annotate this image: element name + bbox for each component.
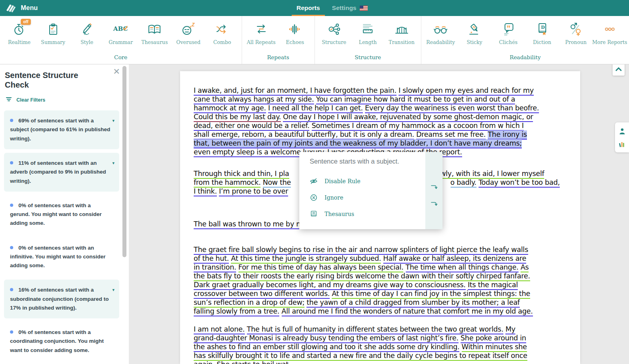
toolbar-all-repeats-button[interactable]: All Repeats: [244, 21, 278, 45]
sentence-span[interactable]: She poke around in: [461, 334, 526, 343]
sentence-span[interactable]: At this time of day I can find joy in th…: [332, 290, 530, 299]
toolbar-summary-button[interactable]: Summary: [36, 21, 70, 45]
sentence-span[interactable]: sun’s reflection in a drop of dew;: [194, 298, 304, 308]
toolbar-combo-button[interactable]: Combo: [205, 21, 239, 45]
sentence-span[interactable]: Every day the weariness is even worst th…: [365, 104, 539, 113]
toolbar-readability-button[interactable]: Readability: [424, 21, 458, 45]
text-line[interactable]: hammock at my age. I need all the help I…: [194, 104, 560, 113]
text-line[interactable]: Dark graet gradually becomes light, and …: [194, 281, 560, 290]
close-icon[interactable]: ✕: [113, 67, 120, 76]
sentence-span[interactable]: Today won’t be too bad,: [479, 178, 560, 188]
sentence-span[interactable]: At this time the jungle is strangely sub…: [231, 254, 381, 264]
sentence-span[interactable]: the bats fly to their roosts the early r…: [194, 272, 530, 281]
sentence-span[interactable]: Its the magical: [468, 281, 518, 290]
sidebar-stat-item[interactable]: 11% of sentences start with an adverb (c…: [4, 153, 119, 192]
sentence-span[interactable]: the ashes to find an ember still glowing…: [194, 343, 459, 352]
sentence-span[interactable]: crossover between two different worlds.: [194, 290, 330, 299]
text-line[interactable]: has skilfully brought it to life and sta…: [194, 352, 560, 360]
sentence-span[interactable]: lowly, with its aid, I lower myself: [434, 170, 544, 179]
stats-button[interactable]: [618, 140, 626, 148]
text-line[interactable]: grand-daughter Monasi is already busy te…: [194, 334, 560, 343]
sentence-span[interactable]: Through thick and thin, I pla: [194, 170, 289, 179]
sentence-span[interactable]: Dreams set me free.: [416, 130, 486, 140]
toolbar-sticky-button[interactable]: SSticky: [458, 21, 492, 45]
sentence-span[interactable]: in transition.: [194, 263, 236, 272]
clear-filters-button[interactable]: Clear Filters: [6, 96, 129, 103]
sentence-span[interactable]: The hut is full of humanity in different…: [247, 325, 503, 334]
toolbar-overused-button[interactable]: zZOverused: [172, 21, 206, 45]
toolbar-clich-s-button[interactable]: ”Clichés: [491, 21, 525, 45]
text-line[interactable]: crossover between two different worlds. …: [194, 290, 560, 298]
text-line[interactable]: again. She starts to boil wat: [194, 360, 560, 364]
sentence-span[interactable]: All around me I find the wonders of natu…: [282, 307, 533, 316]
text-line[interactable]: falling slowly from a tree. All around m…: [194, 307, 560, 316]
sentence-span[interactable]: that, between the pain of my joints and …: [194, 139, 522, 148]
sentence-span[interactable]: I slowly open my eyes and reach for my: [399, 86, 534, 96]
toolbar-transition-button[interactable]: Transition: [385, 21, 419, 45]
sentence-span[interactable]: She starts to boil wat: [217, 360, 289, 364]
tab-reports[interactable]: Reports: [296, 0, 320, 16]
sidebar-stat-item[interactable]: 0% of sentences start with a gerund. You…: [4, 195, 119, 234]
sentence-span[interactable]: Half awake or half asleep, its denizens …: [383, 254, 527, 264]
sentence-span[interactable]: The time when all things change.: [406, 263, 519, 272]
sidebar-stat-item[interactable]: 69% of sentences start with a subject (c…: [4, 110, 119, 149]
sentence-span[interactable]: hammock at my age.: [194, 104, 266, 113]
sentence-span[interactable]: I’m prone to be over: [219, 187, 288, 196]
sentence-span[interactable]: o badly.: [451, 178, 477, 188]
text-line[interactable]: I awake, and, just for an moment, I have…: [194, 86, 560, 95]
text-line[interactable]: in transition. For me this time of day h…: [194, 263, 560, 272]
toolbar-thesaurus-button[interactable]: Thesaurus: [138, 21, 172, 45]
sentence-span[interactable]: One day I hope I will awake, rejuvenated…: [283, 113, 533, 122]
text-line[interactable]: Could this be my last day. One day I hop…: [194, 113, 560, 122]
sentence-span[interactable]: The irony is: [488, 130, 527, 140]
menu-button[interactable]: Menu: [21, 4, 38, 12]
sentence-span[interactable]: Within minutes she: [462, 343, 527, 352]
apply-arrow-icon[interactable]: [431, 184, 437, 190]
popup-action-disable-rule[interactable]: Disable Rule: [310, 176, 425, 187]
sentence-span[interactable]: I think.: [194, 187, 217, 196]
sentence-span[interactable]: Now the: [263, 178, 291, 188]
sentence-span[interactable]: falling slowly from a tree.: [194, 307, 279, 316]
text-line[interactable]: shall emerge, reborn, a beautiful butter…: [194, 130, 560, 139]
toolbar-realtime-button[interactable]: offRealtime: [2, 21, 36, 45]
sentence-span[interactable]: again.: [194, 360, 214, 364]
sentence-span[interactable]: For me this time of day has always been …: [238, 263, 404, 272]
scroll-to-top-button[interactable]: [613, 63, 625, 76]
popup-action-ignore[interactable]: Ignore: [310, 192, 425, 203]
profile-button[interactable]: [618, 127, 627, 135]
sidebar-stat-item[interactable]: 0% of sentences start with a coordinatin…: [4, 322, 119, 361]
sentence-span[interactable]: shall emerge, reborn, a beautiful butter…: [194, 130, 414, 140]
popup-action-thesaurus[interactable]: Thesaurus: [310, 208, 425, 220]
sentence-span[interactable]: I am not alone.: [194, 325, 245, 334]
apply-arrow-icon[interactable]: [431, 201, 437, 206]
tab-settings[interactable]: Settings: [332, 0, 368, 16]
sentence-span[interactable]: The graet fire ball slowly begins to ris…: [194, 246, 528, 255]
text-line[interactable]: sun’s reflection in a drop of dew; the y…: [194, 298, 560, 307]
sentence-span[interactable]: I need all the help I can get.: [268, 104, 363, 113]
toolbar-style-button[interactable]: Style: [70, 21, 104, 45]
toolbar-length-button[interactable]: Length: [351, 21, 385, 45]
sentence-span[interactable]: of the hut.: [194, 254, 229, 264]
sentence-span[interactable]: the yawn of a child dragged from slumber…: [306, 298, 520, 308]
toolbar-structure-button[interactable]: Structure: [317, 21, 351, 45]
sentence-span[interactable]: has skilfully brought it to life and sta…: [194, 352, 527, 361]
sentence-span[interactable]: Dark graet gradually becomes light, and …: [194, 281, 466, 290]
sidebar-scrollbar[interactable]: [122, 66, 126, 257]
text-line[interactable]: I am not alone. The hut is full of human…: [194, 325, 560, 334]
text-line[interactable]: dead, either one would be a relief. Some…: [194, 122, 560, 130]
sentence-span[interactable]: As: [521, 263, 529, 272]
sentence-span[interactable]: dead, either one would be a relief.: [194, 122, 309, 131]
text-line[interactable]: the ashes to find an ember still glowing…: [194, 343, 560, 352]
sentence-span[interactable]: Could this be my last day.: [194, 113, 281, 122]
sentence-span[interactable]: You can imagine how hard it must be to g…: [316, 95, 515, 104]
sentence-span[interactable]: grand-daughter Monasi is already busy te…: [194, 334, 459, 343]
text-line[interactable]: that, between the pain of my joints and …: [194, 139, 560, 148]
sentence-span[interactable]: My: [505, 325, 515, 334]
sidebar-stat-item[interactable]: 16% of sentences start with a subordinat…: [4, 280, 119, 318]
toolbar-echoes-button[interactable]: Echoes: [278, 21, 312, 45]
text-line[interactable]: The graet fire ball slowly begins to ris…: [194, 246, 560, 254]
sidebar-stat-item[interactable]: 0% of sentences start with an infinitive…: [4, 238, 119, 276]
toolbar-diction-button[interactable]: DDiction: [525, 21, 559, 45]
sentence-span[interactable]: Sometimes I dream of my hammock as a coc…: [312, 122, 524, 131]
sentence-span[interactable]: cane that always hangs at my side.: [194, 95, 314, 104]
